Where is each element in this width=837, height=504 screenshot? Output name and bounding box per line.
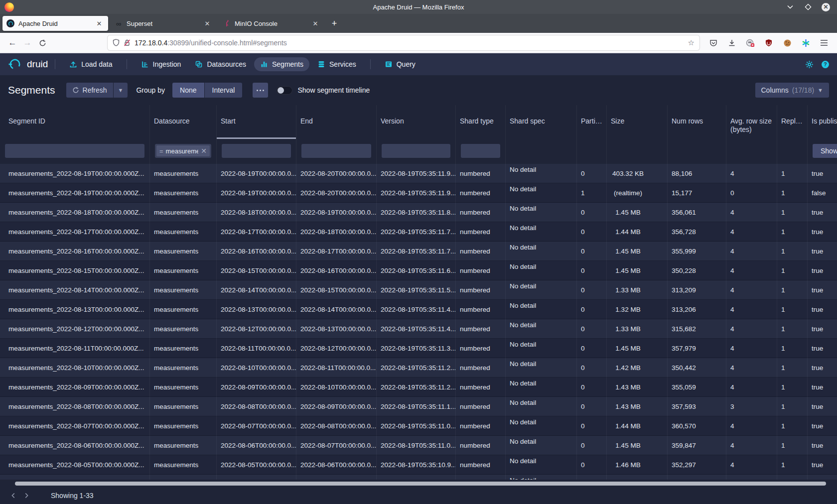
cell-end: 2022-08-17T00:00:00.0... bbox=[296, 242, 376, 261]
tab-close-icon[interactable]: ✕ bbox=[202, 18, 212, 28]
druid-logo[interactable]: druid bbox=[7, 57, 48, 72]
nav-item-datasources[interactable]: Datasources bbox=[189, 57, 252, 71]
cell-segment_id: measurements_2022-08-14T00:00:00.000Z... bbox=[0, 280, 149, 300]
extension-asterisk-icon[interactable] bbox=[798, 35, 813, 50]
url-bar[interactable]: 172.18.0.4:30899/unified-console.html#se… bbox=[108, 35, 699, 50]
column-header-partition[interactable]: Partition bbox=[576, 105, 606, 139]
table-row[interactable]: measurements_2022-08-19T00:00:00.000Z...… bbox=[0, 183, 837, 203]
cell-replicas: 1 bbox=[777, 164, 807, 183]
more-options-button[interactable] bbox=[253, 83, 268, 98]
filter-input-shard_type[interactable] bbox=[461, 144, 500, 158]
cell-num_rows: 356,061 bbox=[667, 203, 726, 222]
table-row[interactable]: measurements_2022-08-11T00:00:00.000Z...… bbox=[0, 339, 837, 358]
column-header-start[interactable]: Start bbox=[216, 105, 296, 139]
cell-start: 2022-08-06T00:00:00.0... bbox=[216, 436, 296, 455]
group-by-interval-button[interactable]: Interval bbox=[205, 83, 243, 98]
column-header-end[interactable]: End bbox=[296, 105, 376, 139]
tab-title: MinIO Console bbox=[235, 20, 306, 27]
table-row[interactable]: measurements_2022-08-19T00:00:00.000Z...… bbox=[0, 164, 837, 183]
table-row[interactable]: measurements_2022-08-08T00:00:00.000Z...… bbox=[0, 397, 837, 416]
table-row[interactable]: measurements_2022-08-14T00:00:00.000Z...… bbox=[0, 280, 837, 300]
filter-input-datasource[interactable]: =measureme✕ bbox=[155, 144, 211, 158]
segment-timeline-toggle[interactable] bbox=[277, 86, 292, 95]
new-tab-button[interactable]: + bbox=[327, 16, 342, 31]
minio-favicon bbox=[223, 19, 231, 27]
nav-item-services[interactable]: Services bbox=[311, 57, 362, 71]
refresh-button[interactable]: Refresh bbox=[66, 83, 113, 98]
table-row[interactable]: measurements_2022-08-15T00:00:00.000Z...… bbox=[0, 261, 837, 280]
cookie-icon[interactable] bbox=[780, 35, 795, 50]
filter-input-start[interactable] bbox=[222, 144, 291, 158]
cell-is_published bbox=[807, 475, 837, 480]
downloads-icon[interactable] bbox=[724, 35, 739, 50]
column-header-replicas[interactable]: Replicas bbox=[777, 105, 807, 139]
column-header-is_published[interactable]: Is published bbox=[807, 105, 837, 139]
column-header-shard_type[interactable]: Shard type bbox=[455, 105, 505, 139]
table-row[interactable]: measurements_2022-08-17T00:00:00.000Z...… bbox=[0, 222, 837, 242]
columns-picker-button[interactable]: Columns (17/18) ▼ bbox=[755, 83, 830, 98]
pocket-icon[interactable] bbox=[706, 35, 721, 50]
cell-shard_spec: No detail bbox=[505, 436, 576, 455]
tab-apache-druid[interactable]: Apache Druid ✕ bbox=[2, 16, 108, 31]
column-header-label: Datasource bbox=[154, 117, 212, 126]
next-page-button[interactable] bbox=[20, 489, 33, 502]
nav-item-query[interactable]: Query bbox=[379, 57, 421, 71]
nav-item-load-data[interactable]: Load data bbox=[63, 57, 118, 71]
table-row[interactable]: measurements_2022-08-12T00:00:00.000Z...… bbox=[0, 319, 837, 339]
tab-close-icon[interactable]: ✕ bbox=[94, 18, 104, 28]
cell-num_rows: 357,979 bbox=[667, 339, 726, 358]
column-header-datasource[interactable]: Datasource bbox=[149, 105, 216, 139]
column-header-version[interactable]: Version bbox=[376, 105, 455, 139]
column-header-segment_id[interactable]: Segment ID bbox=[0, 105, 149, 139]
tab-minio-console[interactable]: MinIO Console ✕ bbox=[219, 16, 324, 31]
cell-avg_row_size: 4 bbox=[726, 416, 777, 436]
table-row[interactable]: measurements_2022-08-04T00:00:00.000Z...… bbox=[0, 475, 837, 480]
table-row[interactable]: measurements_2022-08-05T00:00:00.000Z...… bbox=[0, 455, 837, 475]
table-row[interactable]: measurements_2022-08-07T00:00:00.000Z...… bbox=[0, 416, 837, 436]
column-header-num_rows[interactable]: Num rows bbox=[667, 105, 726, 139]
window-maximize-button[interactable] bbox=[804, 2, 813, 11]
group-by-none-button[interactable]: None bbox=[172, 83, 204, 98]
refresh-dropdown-button[interactable]: ▼ bbox=[114, 83, 128, 98]
previous-page-button[interactable] bbox=[7, 489, 20, 502]
datasource-filter-tag[interactable]: =measureme✕ bbox=[156, 145, 210, 156]
table-row[interactable]: measurements_2022-08-06T00:00:00.000Z...… bbox=[0, 436, 837, 455]
window-minimize-button[interactable] bbox=[786, 2, 795, 11]
cell-replicas: 1 bbox=[777, 183, 807, 203]
nav-item-segments[interactable]: Segments bbox=[254, 57, 309, 71]
column-header-avg_row_size[interactable]: Avg. row size (bytes) bbox=[726, 105, 777, 139]
cell-avg_row_size: 4 bbox=[726, 280, 777, 300]
filter-cell-shard_type bbox=[455, 139, 505, 164]
remove-filter-icon[interactable]: ✕ bbox=[201, 147, 207, 155]
filter-input-version[interactable] bbox=[382, 144, 450, 158]
table-row[interactable]: measurements_2022-08-10T00:00:00.000Z...… bbox=[0, 358, 837, 378]
cell-end: 2022-08-18T00:00:00.0... bbox=[296, 222, 376, 242]
help-icon[interactable]: ? bbox=[821, 60, 830, 69]
table-row[interactable]: measurements_2022-08-16T00:00:00.000Z...… bbox=[0, 242, 837, 261]
table-row[interactable]: measurements_2022-08-09T00:00:00.000Z...… bbox=[0, 378, 837, 397]
column-header-size[interactable]: Size bbox=[606, 105, 667, 139]
horizontal-scrollbar-thumb[interactable] bbox=[15, 482, 826, 486]
cell-start: 2022-08-13T00:00:00.0... bbox=[216, 300, 296, 319]
table-row[interactable]: measurements_2022-08-13T00:00:00.000Z...… bbox=[0, 300, 837, 319]
filter-input-end[interactable] bbox=[301, 144, 371, 158]
tab-close-icon[interactable]: ✕ bbox=[310, 18, 320, 28]
tab-superset[interactable]: ∞ Superset ✕ bbox=[111, 16, 216, 31]
extension-badge-icon[interactable] bbox=[743, 35, 758, 50]
cell-size: 1.32 MB bbox=[606, 300, 667, 319]
cell-partition: 0 bbox=[576, 416, 606, 436]
nav-item-ingestion[interactable]: Ingestion bbox=[135, 57, 187, 71]
show-filter-button[interactable]: Show bbox=[813, 144, 837, 158]
filter-input-segment_id[interactable] bbox=[5, 144, 144, 158]
reload-button[interactable] bbox=[35, 35, 50, 50]
window-close-button[interactable]: ✕ bbox=[822, 3, 830, 11]
bookmark-star-icon[interactable]: ☆ bbox=[688, 38, 695, 47]
table-row[interactable]: measurements_2022-08-18T00:00:00.000Z...… bbox=[0, 203, 837, 222]
column-header-shard_spec[interactable]: Shard spec bbox=[505, 105, 576, 139]
ublock-icon[interactable] bbox=[761, 35, 776, 50]
hamburger-menu-icon[interactable] bbox=[817, 35, 832, 50]
forward-button[interactable]: → bbox=[20, 35, 35, 50]
cell-shard_type: numbered bbox=[455, 319, 505, 339]
settings-gear-icon[interactable] bbox=[805, 60, 814, 69]
back-button[interactable]: ← bbox=[5, 35, 20, 50]
